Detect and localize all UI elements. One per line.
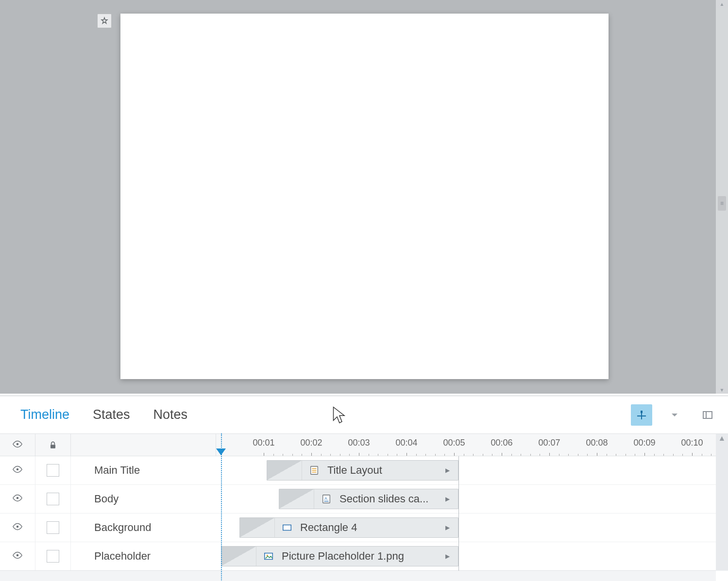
- right-sidebar-scroll[interactable]: ▲ ▼: [716, 0, 728, 394]
- track-color-swatch[interactable]: [35, 514, 71, 542]
- ruler-tick-label: 00:08: [586, 438, 608, 448]
- svg-rect-6: [51, 445, 55, 448]
- tab-notes[interactable]: Notes: [153, 407, 188, 422]
- tab-states[interactable]: States: [93, 407, 130, 422]
- ruler-tick-label: 00:09: [633, 438, 655, 448]
- tracks-scroll-up-icon[interactable]: ▲: [716, 434, 728, 457]
- timeline-clip[interactable]: Title Layout▶: [267, 460, 458, 481]
- tracks-area: End Main TitleTitle Layout▶BodyASection …: [0, 456, 728, 571]
- clip-fade-in-handle[interactable]: [221, 547, 256, 566]
- tab-timeline[interactable]: Timeline: [20, 407, 69, 422]
- svg-rect-0: [641, 411, 643, 413]
- star-icon: [100, 17, 109, 25]
- lock-icon: [48, 440, 58, 450]
- eye-icon: [12, 550, 23, 561]
- ruler-tick-label: 00:04: [395, 438, 417, 448]
- track-visibility-toggle[interactable]: [0, 456, 35, 485]
- track-color-swatch[interactable]: [35, 542, 71, 571]
- track-color-swatch[interactable]: [35, 485, 71, 514]
- scroll-track[interactable]: [716, 8, 728, 386]
- ruler-tick-label: 00:10: [681, 438, 703, 448]
- track-lane[interactable]: ASection slides ca...▶: [216, 485, 728, 513]
- svg-text:A: A: [324, 497, 327, 501]
- slide-canvas[interactable]: [120, 14, 609, 379]
- tracks-v-scrollbar[interactable]: [716, 456, 728, 570]
- clip-label: Rectangle 4: [300, 521, 440, 534]
- ruler-tick-label: 00:01: [253, 438, 274, 448]
- clip-label: Title Layout: [327, 464, 440, 477]
- timeline-clip[interactable]: ASection slides ca...▶: [279, 489, 458, 509]
- time-ruler[interactable]: 00:0100:0200:0300:0400:0500:0600:0700:08…: [216, 434, 728, 456]
- clip-label: Section slides ca...: [339, 493, 440, 505]
- bottom-panel: Timeline States Notes: [0, 396, 728, 581]
- svg-rect-17: [283, 525, 291, 531]
- chevron-right-icon[interactable]: ▶: [441, 493, 453, 505]
- svg-point-7: [17, 468, 19, 471]
- clip-fade-in-handle[interactable]: [267, 461, 302, 480]
- track-row: PlaceholderPicture Placeholder 1.png▶: [0, 542, 728, 571]
- track-name-label[interactable]: Background: [71, 521, 151, 534]
- track-row: BackgroundRectangle 4▶: [0, 514, 728, 542]
- ruler-tick-label: 00:02: [300, 438, 322, 448]
- track-row: Main TitleTitle Layout▶: [0, 456, 728, 485]
- page-lines-icon: [307, 465, 322, 476]
- track-visibility-toggle[interactable]: [0, 542, 35, 571]
- track-name-label[interactable]: Body: [71, 493, 119, 505]
- track-lane[interactable]: Title Layout▶: [216, 456, 728, 484]
- ruler-tick-label: 00:06: [491, 438, 512, 448]
- page-text-icon: A: [319, 493, 334, 505]
- timeline-clip[interactable]: Picture Placeholder 1.png▶: [221, 546, 458, 566]
- clip-label: Picture Placeholder 1.png: [282, 550, 440, 563]
- chevron-right-icon[interactable]: ▶: [441, 465, 453, 476]
- svg-point-5: [17, 443, 19, 445]
- chevron-right-icon[interactable]: ▶: [441, 522, 453, 533]
- scroll-down-icon[interactable]: ▼: [716, 386, 728, 394]
- track-visibility-toggle[interactable]: [0, 485, 35, 514]
- scroll-up-icon[interactable]: ▲: [716, 0, 728, 8]
- svg-rect-3: [703, 412, 712, 418]
- rectangle-icon: [280, 522, 294, 533]
- timeline-h-scrollbar[interactable]: [0, 570, 716, 581]
- ruler-tick-label: 00:05: [443, 438, 465, 448]
- timeline-header: 00:0100:0200:0300:0400:0500:0600:0700:08…: [0, 433, 728, 456]
- svg-point-18: [17, 554, 19, 557]
- eye-icon: [12, 439, 23, 449]
- track-lane[interactable]: Rectangle 4▶: [216, 514, 728, 542]
- canvas-area: ▲ ▼: [0, 0, 728, 394]
- more-options-button[interactable]: [664, 404, 685, 426]
- dock-button[interactable]: [697, 404, 718, 426]
- align-playhead-icon: [636, 409, 647, 421]
- clip-fade-in-handle[interactable]: [279, 489, 314, 509]
- eye-icon: [12, 464, 23, 475]
- eye-icon: [12, 493, 23, 503]
- track-name-label[interactable]: Placeholder: [71, 550, 151, 563]
- caret-down-icon: [671, 411, 678, 419]
- header-lock-column[interactable]: [35, 433, 71, 456]
- track-name-label[interactable]: Main Title: [71, 464, 140, 477]
- svg-point-16: [17, 526, 19, 528]
- panel-tabs: Timeline States Notes: [0, 396, 728, 433]
- align-playhead-button[interactable]: [631, 404, 652, 426]
- timeline-clip[interactable]: Rectangle 4▶: [239, 517, 458, 538]
- effects-button[interactable]: [97, 14, 112, 28]
- track-lane[interactable]: Picture Placeholder 1.png▶: [216, 542, 728, 570]
- track-visibility-toggle[interactable]: [0, 514, 35, 542]
- eye-icon: [12, 521, 23, 532]
- track-color-swatch[interactable]: [35, 456, 71, 485]
- svg-point-12: [17, 497, 19, 499]
- picture-icon: [261, 550, 276, 562]
- ruler-tick-label: 00:07: [538, 438, 560, 448]
- chevron-right-icon[interactable]: ▶: [441, 550, 453, 562]
- dock-icon: [702, 410, 713, 420]
- scroll-thumb[interactable]: [718, 196, 726, 211]
- header-visibility-column[interactable]: [0, 433, 35, 456]
- track-row: BodyASection slides ca...▶: [0, 485, 728, 514]
- ruler-tick-label: 00:03: [348, 438, 370, 448]
- clip-fade-in-handle[interactable]: [240, 518, 275, 537]
